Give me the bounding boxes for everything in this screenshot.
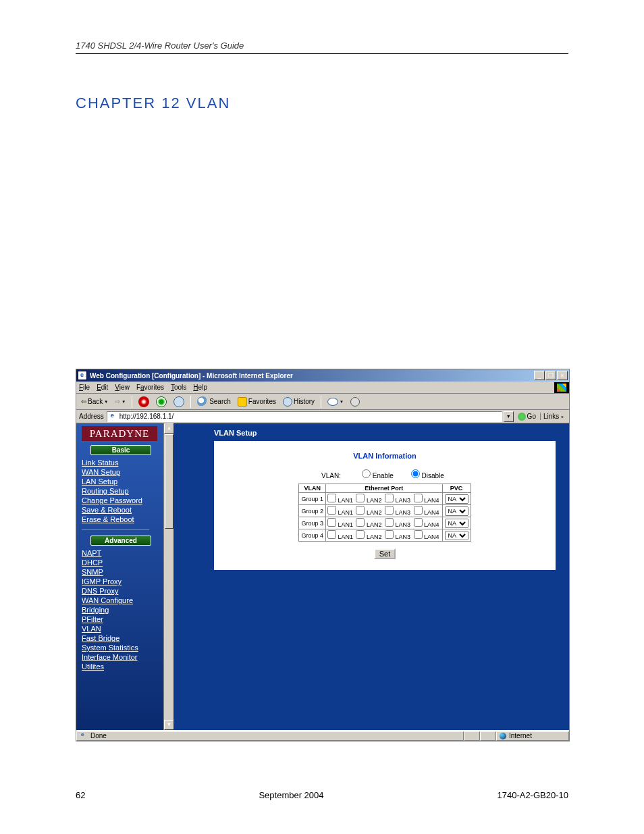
menu-edit[interactable]: Edit: [97, 384, 108, 391]
sidebar-scrollbar[interactable]: ▲ ▼: [163, 423, 173, 730]
lan4-checkbox[interactable]: LAN4: [414, 521, 439, 528]
nav-snmp[interactable]: SNMP: [82, 567, 160, 577]
status-cell: [480, 731, 496, 741]
restore-button[interactable]: ❐: [545, 371, 556, 380]
group-cell: Group 1: [299, 493, 326, 505]
menu-bar: File Edit View Favorites Tools Help: [76, 382, 569, 394]
nav-wan-configure[interactable]: WAN Configure: [82, 596, 160, 605]
nav-igmp-proxy[interactable]: IGMP Proxy: [82, 577, 160, 586]
links-button[interactable]: Links »: [540, 413, 566, 420]
lan2-checkbox[interactable]: LAN2: [356, 497, 381, 504]
table-row: Group 3 LAN1 LAN2 LAN3 LAN4 NA: [299, 517, 471, 529]
lan2-checkbox[interactable]: LAN2: [356, 533, 381, 540]
nav-bridging[interactable]: Bridging: [82, 605, 160, 615]
lan3-checkbox[interactable]: LAN3: [385, 533, 410, 540]
scroll-down-button[interactable]: ▼: [164, 720, 174, 730]
search-icon: [197, 396, 208, 407]
nav-dns-proxy[interactable]: DNS Proxy: [82, 586, 160, 596]
close-button[interactable]: ×: [557, 371, 568, 380]
go-button[interactable]: Go: [515, 413, 539, 421]
nav-change-password[interactable]: Change Password: [82, 496, 160, 505]
minimize-button[interactable]: _: [534, 371, 545, 380]
ie-icon: [78, 371, 87, 380]
home-button[interactable]: [171, 396, 186, 408]
table-row: Group 2 LAN1 LAN2 LAN3 LAN4 NA: [299, 505, 471, 517]
mail-button[interactable]: ▼: [325, 397, 346, 407]
table-row: Group 1 LAN1 LAN2 LAN3 LAN4 NA: [299, 493, 471, 505]
pvc-select[interactable]: NA: [445, 531, 468, 540]
col-pvc: PVC: [442, 484, 471, 493]
refresh-button[interactable]: [154, 396, 169, 408]
lan3-checkbox[interactable]: LAN3: [385, 497, 410, 504]
lan1-checkbox[interactable]: LAN1: [327, 521, 353, 528]
print-button[interactable]: [348, 396, 362, 407]
ie-page-icon: [109, 412, 118, 421]
address-url: http://192.168.1.1/: [119, 413, 174, 420]
lan1-checkbox[interactable]: LAN1: [327, 509, 353, 516]
address-bar: Address http://192.168.1.1/ ▼ Go Links »: [76, 410, 569, 423]
pvc-select[interactable]: NA: [445, 494, 468, 504]
lan1-checkbox[interactable]: LAN1: [327, 533, 353, 540]
status-done: Done: [76, 731, 464, 741]
menu-favorites[interactable]: Favorites: [136, 384, 164, 391]
menu-tools[interactable]: Tools: [171, 384, 186, 391]
lan1-checkbox[interactable]: LAN1: [327, 497, 353, 504]
nav-erase-reboot[interactable]: Erase & Reboot: [82, 515, 160, 524]
pvc-select[interactable]: NA: [445, 506, 468, 516]
doc-header: 1740 SHDSL 2/4-Wire Router User's Guide: [76, 41, 568, 54]
lan2-checkbox[interactable]: LAN2: [356, 521, 381, 528]
windows-logo-icon: [554, 382, 569, 393]
nav-link-status[interactable]: Link Status: [82, 458, 160, 467]
history-button[interactable]: History: [281, 396, 317, 407]
lan3-checkbox[interactable]: LAN3: [385, 521, 410, 528]
vlan-enable-option[interactable]: Enable: [362, 472, 394, 479]
nav-system-statistics[interactable]: System Statistics: [82, 643, 160, 652]
status-internet-zone: Internet: [496, 731, 569, 741]
footer-date: September 2004: [259, 790, 323, 800]
lan3-checkbox[interactable]: LAN3: [385, 509, 410, 516]
nav-interface-monitor[interactable]: Interface Monitor: [82, 652, 160, 662]
group-cell: Group 3: [299, 517, 326, 529]
nav-utilities[interactable]: Utilites: [82, 662, 160, 671]
nav-routing-setup[interactable]: Routing Setup: [82, 486, 160, 496]
lan4-checkbox[interactable]: LAN4: [414, 533, 439, 540]
nav-napt[interactable]: NAPT: [82, 548, 160, 558]
toolbar: ⇦Back▼ ⇨▼ Search Favorites History ▼: [76, 394, 569, 410]
lan4-checkbox[interactable]: LAN4: [414, 497, 439, 504]
pvc-select[interactable]: NA: [445, 519, 468, 528]
lan2-checkbox[interactable]: LAN2: [356, 509, 381, 516]
address-dropdown[interactable]: ▼: [504, 411, 514, 422]
vlan-info-title: VLAN Information: [225, 452, 545, 460]
footer-doc-number: 1740-A2-GB20-10: [497, 790, 568, 800]
back-button[interactable]: ⇦Back▼: [79, 397, 110, 406]
footer-page-number: 62: [76, 790, 85, 800]
history-icon: [283, 397, 292, 407]
stop-button[interactable]: [136, 396, 151, 408]
nav-vlan[interactable]: VLAN: [82, 624, 160, 633]
set-button[interactable]: Set: [374, 548, 396, 559]
search-button[interactable]: Search: [195, 396, 233, 408]
go-icon: [518, 413, 526, 421]
address-label: Address: [79, 413, 104, 420]
nav-pfilter[interactable]: PFilter: [82, 615, 160, 624]
nav-sidebar: PARADYNE Basic Link Status WAN Setup LAN…: [76, 423, 173, 730]
favorites-button[interactable]: Favorites: [236, 396, 278, 407]
menu-view[interactable]: View: [115, 384, 130, 391]
lan4-checkbox[interactable]: LAN4: [414, 509, 439, 516]
col-vlan: VLAN: [299, 484, 326, 493]
nav-fast-bridge[interactable]: Fast Bridge: [82, 633, 160, 643]
nav-wan-setup[interactable]: WAN Setup: [82, 467, 160, 477]
menu-help[interactable]: Help: [193, 384, 207, 391]
vlan-disable-option[interactable]: Disable: [411, 472, 444, 479]
nav-save-reboot[interactable]: Save & Reboot: [82, 505, 160, 515]
scroll-up-button[interactable]: ▲: [164, 423, 174, 434]
forward-button[interactable]: ⇨▼: [113, 397, 128, 406]
nav-lan-setup[interactable]: LAN Setup: [82, 477, 160, 486]
scroll-thumb[interactable]: [165, 434, 173, 529]
ie-page-icon: [80, 732, 88, 740]
nav-dhcp[interactable]: DHCP: [82, 558, 160, 567]
menu-file[interactable]: File: [79, 384, 90, 391]
nav-header-advanced: Advanced: [90, 536, 151, 546]
address-field[interactable]: http://192.168.1.1/: [107, 411, 502, 422]
table-header-row: VLAN Ethernet Port PVC: [299, 484, 471, 493]
